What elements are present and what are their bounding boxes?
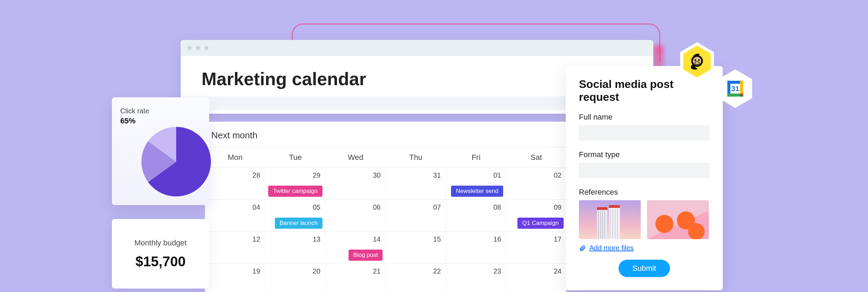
svg-point-15 bbox=[655, 215, 673, 233]
calendar-day-header: Tue bbox=[265, 147, 325, 168]
calendar-cell[interactable]: 20 bbox=[265, 264, 325, 292]
svg-point-20 bbox=[694, 59, 696, 61]
calendar-cell[interactable]: 16 bbox=[446, 232, 506, 264]
calendar-day-header: Fri bbox=[446, 147, 506, 168]
calendar-cell[interactable]: 31 bbox=[386, 168, 446, 200]
add-more-files[interactable]: Add more files bbox=[579, 244, 710, 252]
reference-thumb-1[interactable] bbox=[579, 200, 641, 239]
calendar-cell[interactable]: 13 bbox=[265, 232, 325, 264]
window-dot-yellow[interactable] bbox=[196, 46, 200, 50]
mailchimp-icon bbox=[688, 52, 706, 71]
google-calendar-day: 31 bbox=[731, 84, 739, 92]
calendar-event[interactable]: Twitter campaign bbox=[268, 186, 323, 197]
calendar-day-header: Wed bbox=[326, 147, 386, 168]
format-type-label: Format type bbox=[579, 150, 710, 159]
calendar-cell[interactable]: 08 bbox=[446, 200, 506, 232]
calendar-day-header: Sat bbox=[506, 147, 566, 168]
svg-point-17 bbox=[688, 223, 705, 239]
click-rate-pie-chart bbox=[140, 125, 213, 198]
calendar-subtitle: Next month bbox=[205, 122, 566, 147]
window-dot-red[interactable] bbox=[188, 46, 192, 50]
calendar-cell[interactable]: 05Banner launch bbox=[265, 200, 325, 232]
click-rate-card: Click rate 65% bbox=[112, 97, 209, 205]
calendar-cell[interactable]: 30 bbox=[326, 168, 386, 200]
calendar-event[interactable]: Newsletter send bbox=[451, 186, 503, 197]
svg-rect-2 bbox=[609, 205, 620, 239]
calendar-event[interactable]: Blog post bbox=[349, 250, 383, 261]
calendar-cell[interactable]: 12 bbox=[205, 232, 265, 264]
calendar-cell[interactable]: 21 bbox=[326, 264, 386, 292]
google-calendar-icon: 31 bbox=[726, 79, 745, 98]
calendar-event[interactable]: Q1 Campaign bbox=[517, 218, 564, 229]
svg-rect-4 bbox=[609, 205, 620, 208]
calendar-cell[interactable]: 06 bbox=[326, 200, 386, 232]
calendar-event[interactable]: Banner launch bbox=[275, 218, 323, 229]
svg-rect-3 bbox=[597, 207, 607, 210]
calendar-day-header: Thu bbox=[386, 147, 446, 168]
calendar-cell[interactable]: 29Twitter campaign bbox=[265, 168, 325, 200]
calendar-cell[interactable]: 23 bbox=[446, 264, 506, 292]
monthly-budget-card: Monthly budget $15,700 bbox=[112, 219, 209, 289]
window-dot-green[interactable] bbox=[204, 46, 208, 50]
calendar-cell[interactable]: 17 bbox=[506, 232, 566, 264]
calendar-cell[interactable]: 14Blog post bbox=[326, 232, 386, 264]
click-rate-label: Click rate bbox=[120, 107, 201, 115]
svg-point-21 bbox=[698, 59, 700, 61]
format-type-input[interactable] bbox=[579, 163, 710, 178]
reference-thumb-2[interactable] bbox=[647, 200, 709, 239]
calendar-cell[interactable]: 28 bbox=[205, 168, 265, 200]
references-label: References bbox=[579, 188, 710, 197]
full-name-label: Full name bbox=[579, 113, 710, 122]
paperclip-icon bbox=[579, 245, 586, 252]
add-more-files-link[interactable]: Add more files bbox=[589, 244, 634, 252]
calendar-cell[interactable]: 02 bbox=[506, 168, 566, 200]
calendar-cell[interactable]: 01Newsletter send bbox=[446, 168, 506, 200]
calendar-cell[interactable]: 19 bbox=[205, 264, 265, 292]
monthly-budget-label: Monthly budget bbox=[134, 238, 187, 248]
calendar-cell[interactable]: 24 bbox=[506, 264, 566, 292]
calendar-cell[interactable]: 04 bbox=[205, 200, 265, 232]
calendar-cell[interactable]: 09Q1 Campaign bbox=[506, 200, 566, 232]
calendar-day-header: Mon bbox=[205, 147, 265, 168]
social-post-form: Social media post request Full name Form… bbox=[566, 66, 723, 290]
calendar-cell[interactable]: 22 bbox=[386, 264, 446, 292]
svg-point-22 bbox=[695, 62, 699, 64]
monthly-budget-value: $15,700 bbox=[136, 254, 186, 269]
browser-chrome bbox=[181, 40, 653, 56]
full-name-input[interactable] bbox=[579, 125, 710, 140]
calendar-cell[interactable]: 15 bbox=[386, 232, 446, 264]
form-title: Social media post request bbox=[579, 78, 710, 104]
calendar: Next month MonTueWedThuFriSat 2829Twitte… bbox=[205, 122, 566, 292]
click-rate-value: 65% bbox=[120, 116, 201, 125]
calendar-cell[interactable]: 07 bbox=[386, 200, 446, 232]
calendar-table: MonTueWedThuFriSat 2829Twitter campaign3… bbox=[205, 147, 566, 292]
submit-button[interactable]: Submit bbox=[619, 260, 670, 277]
